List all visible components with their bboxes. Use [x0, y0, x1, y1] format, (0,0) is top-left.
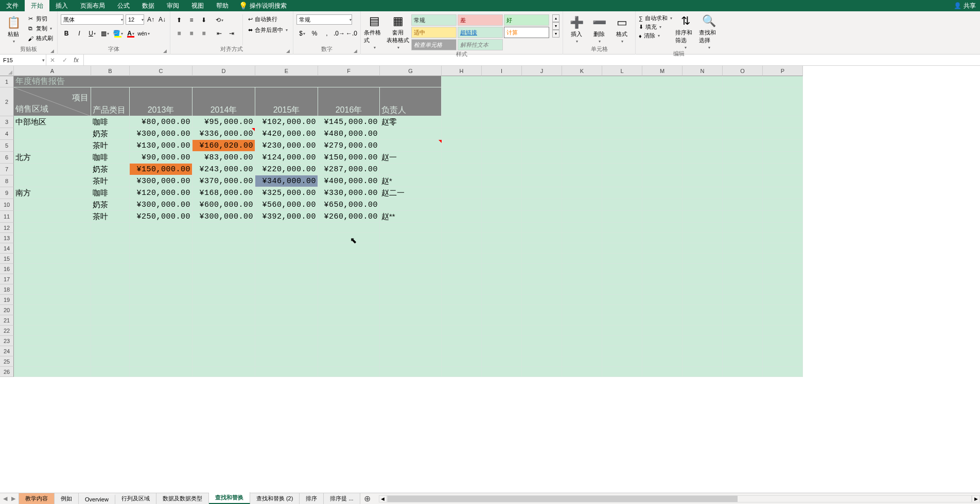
cell[interactable]: [723, 175, 763, 187]
cell[interactable]: ¥300,000.00: [130, 199, 192, 211]
cell[interactable]: [642, 326, 682, 336]
cell[interactable]: [442, 274, 482, 284]
cell[interactable]: 咖啡: [91, 152, 130, 164]
cell[interactable]: [763, 326, 803, 336]
align-left-button[interactable]: ≡: [173, 28, 185, 39]
cell[interactable]: [255, 367, 318, 377]
cell[interactable]: [562, 187, 602, 199]
cell[interactable]: ¥130,000.00: [130, 140, 192, 152]
cell[interactable]: [602, 199, 642, 211]
cell[interactable]: [682, 199, 723, 211]
style-good[interactable]: 好: [504, 14, 549, 26]
cell[interactable]: [562, 164, 602, 175]
cell[interactable]: [482, 116, 522, 128]
column-header[interactable]: N: [682, 66, 723, 76]
cell[interactable]: [14, 128, 91, 140]
cell[interactable]: [14, 199, 91, 211]
cell[interactable]: [14, 211, 91, 223]
cell[interactable]: ¥300,000.00: [130, 128, 192, 140]
row-header[interactable]: 17: [0, 274, 14, 284]
cell[interactable]: ¥83,000.00: [192, 152, 255, 164]
cell[interactable]: [482, 284, 522, 295]
cell[interactable]: [91, 305, 130, 315]
cell[interactable]: [602, 305, 642, 315]
tab-file[interactable]: 文件: [0, 0, 25, 11]
cell[interactable]: [682, 87, 723, 116]
cell[interactable]: ¥168,000.00: [192, 187, 255, 199]
cell[interactable]: [255, 326, 318, 336]
row-header[interactable]: 20: [0, 305, 14, 315]
cell[interactable]: [562, 336, 602, 346]
wrap-text-button[interactable]: ↩自动换行: [246, 14, 290, 24]
cell-styles-gallery[interactable]: 常规 差 好 适中 超链接 计算 检查单元格 解释性文本: [411, 14, 549, 50]
cell[interactable]: ¥243,000.00: [192, 164, 255, 175]
cell[interactable]: [482, 243, 522, 254]
row-header[interactable]: 18: [0, 284, 14, 295]
cell[interactable]: [642, 140, 682, 152]
cell[interactable]: ¥300,000.00: [130, 175, 192, 187]
dialog-launcher-icon[interactable]: ◢: [50, 48, 54, 53]
tab-review[interactable]: 审阅: [161, 0, 185, 11]
merge-center-button[interactable]: ⬌合并后居中▾: [246, 25, 290, 35]
cell[interactable]: [642, 356, 682, 367]
cell[interactable]: 赵**: [380, 211, 442, 223]
cell[interactable]: [522, 305, 562, 315]
cell[interactable]: [442, 175, 482, 187]
cell[interactable]: [602, 187, 642, 199]
cell[interactable]: [763, 223, 803, 233]
cell[interactable]: [130, 356, 192, 367]
cell[interactable]: [380, 346, 442, 356]
column-header[interactable]: A: [14, 66, 91, 76]
tab-data[interactable]: 数据: [136, 0, 161, 11]
bold-button[interactable]: B: [61, 28, 72, 39]
cell[interactable]: [562, 295, 602, 305]
cell[interactable]: [14, 233, 91, 243]
cell[interactable]: [442, 164, 482, 175]
cell[interactable]: [682, 274, 723, 284]
cell[interactable]: [602, 284, 642, 295]
row-header[interactable]: 12: [0, 223, 14, 233]
cell[interactable]: ¥95,000.00: [192, 116, 255, 128]
column-header[interactable]: P: [763, 66, 803, 76]
cell[interactable]: [602, 211, 642, 223]
column-header[interactable]: B: [91, 66, 130, 76]
cell[interactable]: [318, 254, 380, 264]
cell[interactable]: [522, 315, 562, 326]
decrease-indent-button[interactable]: ⇤: [214, 28, 225, 39]
font-color-button[interactable]: A▾: [125, 28, 136, 39]
row-header[interactable]: 21: [0, 315, 14, 326]
cell[interactable]: ¥287,000.00: [318, 164, 380, 175]
cell[interactable]: [723, 128, 763, 140]
cell[interactable]: [723, 233, 763, 243]
cell[interactable]: [255, 274, 318, 284]
cell[interactable]: [482, 264, 522, 274]
cell[interactable]: [562, 211, 602, 223]
cell[interactable]: [130, 233, 192, 243]
cell[interactable]: [522, 187, 562, 199]
cell[interactable]: [380, 254, 442, 264]
cell[interactable]: [763, 164, 803, 175]
cell[interactable]: 南方: [14, 187, 91, 199]
style-bad[interactable]: 差: [458, 14, 503, 26]
tab-insert[interactable]: 插入: [49, 0, 74, 11]
cells-area[interactable]: 年度销售报告项目销售区域产品类目2013年2014年2015年2016年负责人中…: [14, 76, 980, 377]
cell[interactable]: 北方: [14, 152, 91, 164]
cell[interactable]: [14, 243, 91, 254]
cell[interactable]: [723, 243, 763, 254]
cell[interactable]: [723, 187, 763, 199]
cell[interactable]: [192, 346, 255, 356]
cell[interactable]: [318, 315, 380, 326]
cell[interactable]: [442, 152, 482, 164]
cell[interactable]: [130, 223, 192, 233]
cell[interactable]: [255, 284, 318, 295]
cell[interactable]: [562, 116, 602, 128]
cell[interactable]: [482, 346, 522, 356]
cell[interactable]: [380, 356, 442, 367]
italic-button[interactable]: I: [74, 28, 85, 39]
cell[interactable]: [482, 76, 522, 87]
cell[interactable]: ¥80,000.00: [130, 116, 192, 128]
cell[interactable]: [682, 243, 723, 254]
align-right-button[interactable]: ≡: [198, 28, 209, 39]
cell[interactable]: [192, 295, 255, 305]
cell[interactable]: [522, 346, 562, 356]
